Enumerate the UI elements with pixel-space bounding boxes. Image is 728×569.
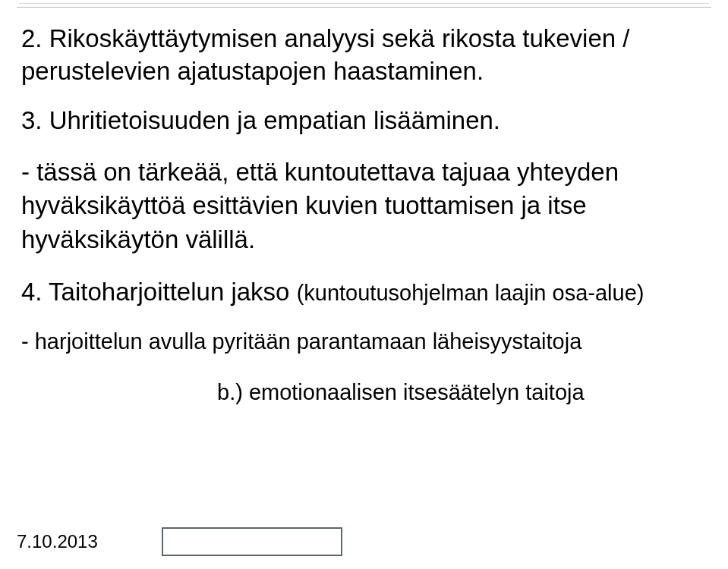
list-item-4: 4. Taitoharjoittelun jakso (kuntoutusohj… (21, 276, 707, 309)
footer-box (162, 527, 342, 556)
list-item-4-note: - harjoittelun avulla pyritään parantama… (21, 327, 707, 357)
footer-date: 7.10.2013 (17, 531, 98, 552)
top-rule (17, 0, 711, 8)
list-item-4-sub-b: b.) emotionaalisen itsesäätelyn taitoja (21, 378, 707, 407)
top-rule-inner (19, 3, 709, 4)
item4-paren: (kuntoutusohjelman laajin osa-alue) (297, 281, 644, 305)
note3-text: - tässä on tärkeää, että kuntoutettava t… (21, 158, 619, 253)
slide-content: 2. Rikoskäyttäytymisen analyysi sekä rik… (17, 18, 711, 516)
item4-title: 4. Taitoharjoittelun jakso (21, 278, 297, 306)
list-item-3: 3. Uhritietoisuuden ja empatian lisäämin… (21, 105, 707, 137)
footer: 7.10.2013 (17, 525, 711, 558)
list-item-3-note: - tässä on tärkeää, että kuntoutettava t… (21, 156, 707, 257)
list-item-2: 2. Rikoskäyttäytymisen analyysi sekä rik… (21, 23, 707, 88)
